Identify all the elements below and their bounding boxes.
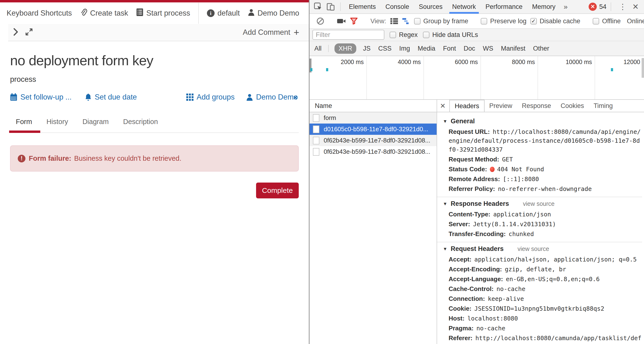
gridline: [480, 56, 481, 99]
close-devtools-icon[interactable]: ✕: [632, 2, 641, 11]
task-tabs: Form History Diagram Description: [10, 118, 299, 133]
list-view-icon[interactable]: [390, 16, 398, 26]
disable-cache-checkbox[interactable]: ✓ Disable cache: [530, 18, 580, 25]
view-source-link[interactable]: view source: [518, 245, 549, 252]
tab-history[interactable]: History: [39, 118, 75, 132]
request-name: d01605c0-b598-11e7-8df0-32921d0...: [324, 125, 428, 133]
set-due-date-link[interactable]: Set due date: [85, 93, 137, 102]
filter-doc[interactable]: Doc: [463, 44, 476, 54]
error-count-badge[interactable]: ✕ 54: [588, 3, 606, 11]
filter-js[interactable]: JS: [362, 44, 372, 54]
grid-icon: [186, 94, 194, 101]
complete-button[interactable]: Complete: [256, 183, 299, 198]
filter-input[interactable]: [312, 30, 384, 40]
hide-data-urls-label: Hide data URLs: [432, 31, 478, 39]
network-overview-timeline[interactable]: 2000 ms 4000 ms 6000 ms 8000 ms 10000 ms…: [310, 56, 644, 100]
tick-label: 2000 ms: [341, 59, 364, 66]
device-toolbar-icon[interactable]: [325, 2, 336, 12]
divider: [611, 3, 611, 11]
tab-console[interactable]: Console: [382, 0, 413, 14]
more-tabs-icon[interactable]: »: [561, 3, 570, 11]
add-comment-button[interactable]: Add Comment +: [243, 28, 300, 37]
filter-font[interactable]: Font: [442, 44, 457, 54]
tab-performance[interactable]: Performance: [482, 0, 526, 14]
create-task-button[interactable]: Create task: [80, 9, 128, 18]
filter-other[interactable]: Other: [532, 44, 550, 54]
screenshot-camera-icon[interactable]: [337, 16, 346, 26]
filter-funnel-icon[interactable]: [350, 16, 358, 26]
tab-sources[interactable]: Sources: [415, 0, 446, 14]
throttling-select[interactable]: Online: [627, 18, 644, 25]
section-title: Response Headers: [451, 200, 509, 207]
request-row[interactable]: 0f62b43e-b599-11e7-8df0-32921d08...: [310, 135, 436, 146]
set-followup-link[interactable]: Set follow-up ...: [10, 93, 72, 102]
tab-elements[interactable]: Elements: [345, 0, 380, 14]
engine-select[interactable]: i default: [207, 9, 240, 18]
filter-all[interactable]: All: [313, 44, 322, 54]
checkbox-icon: [481, 18, 487, 25]
filter-css[interactable]: CSS: [378, 44, 393, 54]
response-headers-section-header[interactable]: ▼ Response Headers view source: [443, 200, 642, 207]
group-by-frame-checkbox[interactable]: Group by frame: [414, 18, 468, 25]
tab-response[interactable]: Response: [517, 100, 556, 112]
tab-headers[interactable]: Headers: [449, 100, 484, 112]
waterfall-view-icon[interactable]: [402, 16, 410, 26]
general-section-header[interactable]: ▼ General: [443, 118, 642, 125]
tab-form[interactable]: Form: [10, 118, 39, 132]
close-details-icon[interactable]: ✕: [437, 102, 449, 110]
xhr-file-icon: [313, 137, 319, 144]
request-rows: form d01605c0-b598-11e7-8df0-32921d0... …: [310, 112, 436, 157]
tab-description[interactable]: Description: [116, 118, 165, 132]
alert-message: Business key couldn't be retrieved.: [74, 155, 181, 162]
request-row[interactable]: form: [310, 112, 436, 124]
request-dot: [611, 68, 613, 71]
view-label: View:: [370, 18, 386, 25]
tab-memory[interactable]: Memory: [528, 0, 559, 14]
tab-diagram[interactable]: Diagram: [75, 118, 116, 132]
expand-arrows-icon: [25, 28, 33, 37]
filter-manifest[interactable]: Manifest: [500, 44, 526, 54]
details-tabbar: ✕ Headers Preview Response Cookies Timin…: [437, 100, 644, 112]
request-details-pane: ✕ Headers Preview Response Cookies Timin…: [437, 100, 644, 344]
request-list: Name form d01605c0-b598-11e7-8df0-32921d…: [310, 100, 437, 344]
view-source-link[interactable]: view source: [523, 200, 554, 207]
divider: [340, 3, 341, 11]
tab-network[interactable]: Network: [448, 0, 480, 14]
user-menu[interactable]: Demo Demo: [248, 9, 299, 18]
assignee-link[interactable]: Demo Demo: [246, 93, 298, 102]
header-row: Transfer-Encoding:chunked: [443, 230, 642, 238]
keyboard-shortcuts-link[interactable]: Keyboard Shortcuts: [7, 9, 72, 18]
tick-label: 12000: [624, 59, 640, 66]
triangle-down-icon: ▼: [443, 246, 448, 252]
filter-xhr[interactable]: XHR: [334, 44, 356, 54]
filter-ws[interactable]: WS: [482, 44, 494, 54]
status-error-icon: [490, 167, 495, 172]
hide-data-urls-checkbox[interactable]: Hide data URLs: [423, 31, 478, 39]
tab-timing[interactable]: Timing: [589, 100, 618, 112]
clear-icon[interactable]: [316, 16, 324, 26]
remove-assignee-button[interactable]: ×: [294, 94, 297, 102]
expand-panel-button[interactable]: [12, 28, 19, 37]
start-process-button[interactable]: Start process: [136, 8, 190, 18]
request-dot: [310, 68, 312, 71]
preserve-log-checkbox[interactable]: Preserve log: [481, 18, 526, 25]
tab-cookies[interactable]: Cookies: [556, 100, 589, 112]
inspect-element-icon[interactable]: [313, 2, 324, 12]
name-column-header[interactable]: Name: [310, 100, 436, 112]
request-headers-section-header[interactable]: ▼ Request Headers view source: [443, 245, 642, 253]
overflow-menu-icon[interactable]: ⋮: [616, 2, 630, 11]
tab-preview[interactable]: Preview: [484, 100, 517, 112]
filter-img[interactable]: Img: [398, 44, 411, 54]
header-name: Pragma:: [448, 324, 474, 332]
request-row[interactable]: 0f62b43e-b599-11e7-8df0-32921d08...: [310, 146, 436, 157]
regex-checkbox[interactable]: Regex: [390, 31, 418, 39]
header-row: Content-Type:application/json: [443, 210, 642, 219]
fullscreen-button[interactable]: [25, 28, 33, 37]
add-groups-link[interactable]: Add groups: [186, 93, 235, 102]
request-row-selected[interactable]: d01605c0-b598-11e7-8df0-32921d0...: [310, 124, 436, 135]
filter-media[interactable]: Media: [417, 44, 436, 54]
offline-checkbox[interactable]: Offline: [593, 18, 621, 25]
error-count: 54: [599, 3, 606, 11]
header-value: keep-alive: [488, 295, 524, 302]
overview-handle[interactable]: [642, 58, 644, 78]
